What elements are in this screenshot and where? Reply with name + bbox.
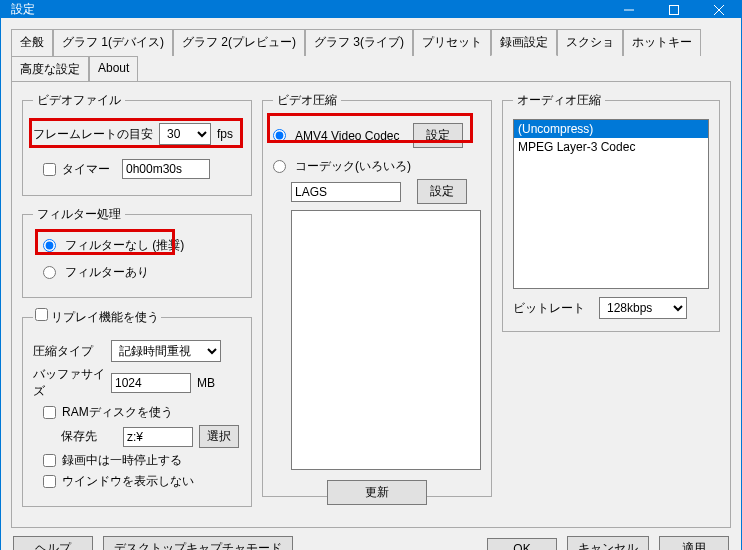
left-column: ビデオファイル フレームレートの目安 30 fps タイマー — [22, 92, 252, 517]
buffer-unit: MB — [197, 376, 215, 390]
tab-graph1[interactable]: グラフ 1(デバイス) — [53, 29, 173, 56]
audio-compress-group: オーディオ圧縮 (Uncompress) MPEG Layer-3 Codec … — [502, 92, 720, 332]
video-compress-legend: ビデオ圧縮 — [273, 92, 341, 109]
framerate-unit: fps — [217, 127, 233, 141]
amv4-settings-button[interactable]: 設定 — [413, 123, 463, 148]
hide-window-label: ウインドウを表示しない — [62, 473, 194, 490]
window-title: 設定 — [11, 1, 606, 18]
video-file-legend: ビデオファイル — [33, 92, 125, 109]
hide-window-checkbox[interactable] — [43, 475, 56, 488]
codec-settings-button[interactable]: 設定 — [417, 179, 467, 204]
bitrate-select[interactable]: 128kbps — [599, 297, 687, 319]
filter-legend: フィルター処理 — [33, 206, 125, 223]
amv4-label: AMV4 Video Codec — [295, 129, 407, 143]
codec-list-area[interactable] — [291, 210, 481, 470]
tab-graph2[interactable]: グラフ 2(プレビュー) — [173, 29, 305, 56]
audio-compress-listbox[interactable]: (Uncompress) MPEG Layer-3 Codec — [513, 119, 709, 289]
maximize-button[interactable] — [651, 1, 696, 18]
codec-misc-radio[interactable] — [273, 160, 286, 173]
right-column: オーディオ圧縮 (Uncompress) MPEG Layer-3 Codec … — [502, 92, 720, 517]
video-compress-group: ビデオ圧縮 AMV4 Video Codec 設定 コーデック(いろいろ) — [262, 92, 492, 497]
help-button[interactable]: ヘルプ — [13, 536, 93, 550]
replay-enable-checkbox[interactable] — [35, 308, 48, 321]
timer-label: タイマー — [62, 161, 110, 178]
compress-type-select[interactable]: 記録時間重視 — [111, 340, 221, 362]
pause-while-recording-checkbox[interactable] — [43, 454, 56, 467]
codec-misc-label: コーデック(いろいろ) — [295, 158, 411, 175]
ramdisk-checkbox[interactable] — [43, 406, 56, 419]
tab-screenshot[interactable]: スクショ — [557, 29, 623, 56]
ramdisk-label: RAMディスクを使う — [62, 404, 173, 421]
buffer-input[interactable] — [111, 373, 191, 393]
timer-input[interactable] — [122, 159, 210, 179]
amv4-radio[interactable] — [273, 129, 286, 142]
tab-preset[interactable]: プリセット — [413, 29, 491, 56]
tab-about[interactable]: About — [89, 56, 138, 82]
desktop-capture-mode-button[interactable]: デスクトップキャプチャモード — [103, 536, 293, 550]
replay-legend: リプレイ機能を使う — [51, 310, 159, 324]
filter-none-label: フィルターなし (推奨) — [65, 237, 184, 254]
apply-button[interactable]: 適用 — [659, 536, 729, 550]
save-dest-select-button[interactable]: 選択 — [199, 425, 239, 448]
settings-window: 設定 全般 グラフ 1(デバイス) グラフ 2(プレビュー) グラフ 3(ライブ… — [0, 0, 742, 550]
video-file-group: ビデオファイル フレームレートの目安 30 fps タイマー — [22, 92, 252, 196]
audio-item-uncompress[interactable]: (Uncompress) — [514, 120, 708, 138]
pause-while-recording-label: 録画中は一時停止する — [62, 452, 182, 469]
minimize-button[interactable] — [606, 1, 651, 18]
codec-input[interactable] — [291, 182, 401, 202]
tab-record-settings[interactable]: 録画設定 — [491, 29, 557, 56]
framerate-select[interactable]: 30 — [159, 123, 211, 145]
audio-item-mpeg[interactable]: MPEG Layer-3 Codec — [514, 138, 708, 156]
tab-graph3[interactable]: グラフ 3(ライブ) — [305, 29, 413, 56]
timer-checkbox[interactable] — [43, 163, 56, 176]
bitrate-label: ビットレート — [513, 300, 585, 317]
video-compress-update-button[interactable]: 更新 — [327, 480, 427, 505]
svg-rect-0 — [669, 5, 678, 14]
tab-hotkey[interactable]: ホットキー — [623, 29, 701, 56]
compress-type-label: 圧縮タイプ — [33, 343, 105, 360]
filter-none-radio[interactable] — [43, 239, 56, 252]
window-controls — [606, 1, 741, 18]
filter-some-radio[interactable] — [43, 266, 56, 279]
middle-column: ビデオ圧縮 AMV4 Video Codec 設定 コーデック(いろいろ) — [262, 92, 492, 517]
footer-bar: ヘルプ デスクトップキャプチャモード OK キャンセル 適用 — [1, 528, 741, 550]
tab-advanced[interactable]: 高度な設定 — [11, 56, 89, 82]
filter-group: フィルター処理 フィルターなし (推奨) フィルターあり — [22, 206, 252, 298]
audio-compress-legend: オーディオ圧縮 — [513, 92, 605, 109]
save-dest-label: 保存先 — [61, 428, 117, 445]
cancel-button[interactable]: キャンセル — [567, 536, 649, 550]
tab-strip: 全般 グラフ 1(デバイス) グラフ 2(プレビュー) グラフ 3(ライブ) プ… — [11, 28, 731, 81]
framerate-label: フレームレートの目安 — [33, 126, 153, 143]
replay-group: リプレイ機能を使う 圧縮タイプ 記録時間重視 バッファサイズ MB — [22, 308, 252, 507]
filter-some-label: フィルターあり — [65, 264, 149, 281]
close-button[interactable] — [696, 1, 741, 18]
buffer-label: バッファサイズ — [33, 366, 105, 400]
tab-panel: ビデオファイル フレームレートの目安 30 fps タイマー — [11, 81, 731, 528]
content-area: 全般 グラフ 1(デバイス) グラフ 2(プレビュー) グラフ 3(ライブ) プ… — [1, 18, 741, 528]
ok-button[interactable]: OK — [487, 538, 557, 551]
tab-general[interactable]: 全般 — [11, 29, 53, 56]
titlebar: 設定 — [1, 1, 741, 18]
save-dest-input[interactable] — [123, 427, 193, 447]
